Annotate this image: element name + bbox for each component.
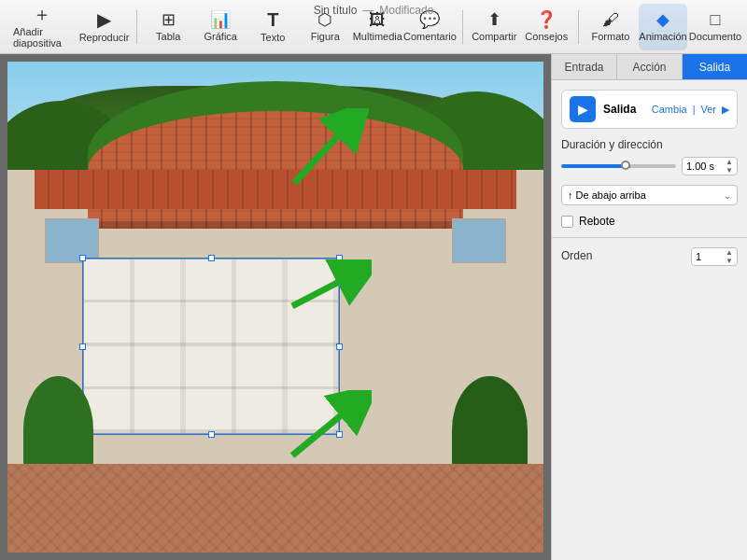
chart-icon: 📊 [210, 11, 231, 28]
document-icon: □ [711, 11, 721, 28]
panel-content: ▶ Salida Cambia | Ver ▶ Duración y direc… [552, 80, 747, 275]
duration-value: 1.00 s [686, 161, 714, 172]
toolbar-tips[interactable]: ❓ Consejos [522, 4, 571, 50]
comment-icon: 💬 [419, 11, 440, 28]
toolbar-divider-3 [578, 10, 579, 44]
duration-input[interactable]: 1.00 s ▲ ▼ [682, 157, 738, 175]
tab-salida[interactable]: Salida [683, 54, 747, 79]
toolbar-document[interactable]: □ Documento [691, 4, 740, 50]
roof-shadow [88, 221, 463, 229]
animation-label: Animación [639, 31, 686, 42]
share-label: Compartir [472, 31, 516, 42]
chart-label: Gráfica [204, 31, 237, 42]
window-left [45, 218, 98, 262]
text-label: Texto [261, 32, 285, 43]
share-icon: ⬆ [487, 11, 501, 28]
direction-dropdown[interactable]: ↑ De abajo arriba ⌄ [561, 185, 738, 205]
main-area: Entrada Acción Salida ▶ Salida Cambia | … [0, 54, 747, 560]
add-slide-icon: ＋ [33, 5, 51, 23]
order-stepper-down[interactable]: ▼ [726, 257, 733, 265]
toolbar-format[interactable]: 🖌 Formato [586, 4, 635, 50]
play-icon: ▶ [97, 10, 111, 29]
duration-stepper[interactable]: ▲ ▼ [726, 158, 733, 175]
tab-accion[interactable]: Acción [617, 54, 683, 79]
table-label: Tabla [156, 31, 180, 42]
toolbar-play[interactable]: ▶ Reproducir [80, 4, 129, 50]
duration-row: 1.00 s ▲ ▼ [561, 157, 738, 175]
window-right [452, 218, 505, 262]
right-panel: Entrada Acción Salida ▶ Salida Cambia | … [551, 54, 747, 560]
order-stepper[interactable]: ▲ ▼ [726, 248, 733, 265]
driveway [7, 464, 543, 553]
animation-preview: ▶ Salida Cambia | Ver ▶ [561, 90, 738, 129]
play-arrow: ▶ [578, 102, 588, 117]
direction-value: ↑ De abajo arriba [568, 189, 646, 201]
document-label: Documento [689, 31, 741, 42]
roof-flat [35, 170, 517, 209]
format-icon: 🖌 [602, 11, 619, 28]
shape-label: Figura [311, 31, 340, 42]
panel-tabs: Entrada Acción Salida [552, 54, 747, 80]
panel-divider [552, 237, 747, 238]
toolbar-text[interactable]: T Texto [248, 4, 297, 50]
bounce-label: Rebote [579, 215, 615, 228]
tips-label: Consejos [525, 31, 568, 42]
garage-door [82, 258, 340, 434]
toolbar-shape[interactable]: ⬡ Figura [301, 4, 349, 50]
toolbar-comment[interactable]: 💬 Comentario [405, 4, 454, 50]
order-label: Orden [561, 249, 592, 262]
shape-icon: ⬡ [317, 11, 332, 28]
animation-controls: Cambia | Ver ▶ [652, 104, 729, 116]
order-stepper-up[interactable]: ▲ [726, 248, 733, 257]
bounce-row: Rebote [561, 215, 738, 228]
slider-thumb [621, 161, 630, 170]
stepper-down[interactable]: ▼ [726, 166, 733, 175]
play-label: Reproducir [79, 32, 130, 43]
table-icon: ⊞ [162, 11, 176, 28]
animation-icon: ◆ [656, 11, 669, 28]
toolbar-share[interactable]: ⬆ Compartir [470, 4, 518, 50]
add-slide-label: Añadir diapositiva [13, 26, 71, 49]
toolbar-divider-2 [462, 10, 463, 44]
preview-arrow-button[interactable]: ▶ [722, 104, 729, 116]
bounce-checkbox[interactable] [561, 216, 573, 228]
toolbar-add-slide[interactable]: ＋ Añadir diapositiva [7, 4, 77, 50]
text-icon: T [267, 10, 278, 29]
toolbar-divider-1 [136, 10, 137, 44]
toolbar-chart[interactable]: 📊 Gráfica [196, 4, 245, 50]
toolbar-animation[interactable]: ◆ Animación [639, 4, 687, 50]
toolbar-media[interactable]: 🖼 Multimedia [353, 4, 402, 50]
dropdown-arrow-icon: ⌄ [724, 190, 731, 201]
order-input[interactable]: 1 ▲ ▼ [691, 247, 738, 266]
tips-icon: ❓ [536, 11, 557, 28]
duration-slider[interactable] [561, 164, 676, 168]
canvas-area[interactable] [0, 54, 551, 560]
tab-entrada[interactable]: Entrada [552, 54, 617, 79]
animation-name: Salida [603, 103, 644, 116]
slide-canvas [7, 62, 543, 553]
change-animation-button[interactable]: Cambia [652, 104, 687, 116]
toolbar-table[interactable]: ⊞ Tabla [144, 4, 192, 50]
controls-separator: | [693, 104, 696, 116]
preview-animation-button[interactable]: Ver [700, 104, 716, 116]
media-label: Multimedia [353, 31, 402, 42]
garage-panels [84, 259, 338, 432]
animation-preview-icon: ▶ [570, 96, 596, 122]
toolbar: ＋ Añadir diapositiva ▶ Reproducir ⊞ Tabl… [0, 0, 747, 54]
stepper-up[interactable]: ▲ [726, 158, 733, 166]
order-value: 1 [696, 251, 701, 262]
house-image [7, 62, 543, 553]
duration-section: Duración y dirección 1.00 s ▲ ▼ [561, 138, 738, 175]
format-label: Formato [592, 31, 630, 42]
comment-label: Comentario [403, 31, 457, 42]
duration-label: Duración y dirección [561, 138, 738, 151]
order-row: Orden 1 ▲ ▼ [561, 247, 738, 266]
media-icon: 🖼 [369, 11, 386, 28]
